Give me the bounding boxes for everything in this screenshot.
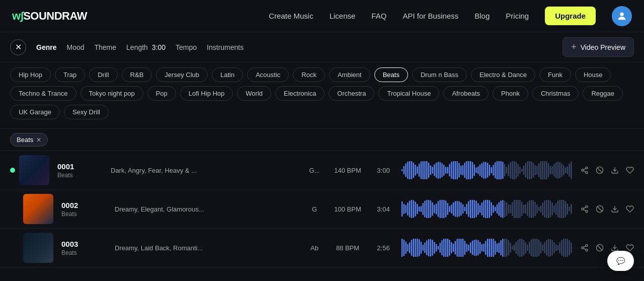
genre-tag-pop[interactable]: Pop [147,86,176,101]
track-key: G... [307,167,322,174]
genre-tag-rb[interactable]: R&B [122,67,152,82]
genre-tag-electro--dance[interactable]: Electro & Dance [471,67,535,82]
nav-api-for-business[interactable]: API for Business [403,12,458,20]
close-filters-button[interactable]: ✕ [10,39,26,55]
genre-tag-phonk[interactable]: Phonk [493,86,528,101]
svg-rect-187 [569,206,570,212]
svg-line-293 [597,245,602,250]
genre-tag-sexy-drill[interactable]: Sexy Drill [64,105,109,119]
track-row[interactable]: 0003 Beats Dreamy, Laid Back, Romanti...… [0,229,644,267]
svg-rect-81 [553,164,554,177]
share-icon[interactable] [581,244,589,252]
heart-icon[interactable] [626,244,634,252]
share-icon[interactable] [581,166,589,174]
track-waveform[interactable] [401,200,573,218]
track-waveform[interactable] [401,161,573,179]
genre-tag-rock[interactable]: Rock [293,67,325,82]
filter-tempo[interactable]: Tempo [176,43,197,51]
nav-create-music[interactable]: Create Music [269,12,313,20]
svg-rect-279 [557,245,558,250]
filter-theme[interactable]: Theme [95,43,117,51]
ban-icon[interactable] [596,244,604,252]
genre-tag-lofi-hip-hop[interactable]: Lofi Hip Hop [180,86,233,101]
svg-rect-181 [557,201,558,218]
svg-rect-247 [497,243,498,252]
svg-rect-239 [481,244,482,252]
genre-tag-tropical-house[interactable]: Tropical House [378,86,439,101]
track-thumbnail[interactable] [23,233,53,263]
genre-tag-tokyo-night-pop[interactable]: Tokyo night pop [80,86,143,101]
svg-rect-278 [555,244,556,251]
track-number: 0001 [57,162,103,171]
svg-rect-90 [571,161,572,179]
svg-rect-130 [460,202,461,216]
upgrade-button[interactable]: Upgrade [545,7,596,25]
svg-rect-10 [419,164,420,177]
svg-rect-185 [565,201,566,217]
nav-license[interactable]: License [330,12,356,20]
genre-tag-electronica[interactable]: Electronica [275,86,325,101]
filter-genre[interactable]: Genre [36,43,56,51]
genre-tag-techno--trance[interactable]: Techno & Trance [10,86,76,101]
nav-faq[interactable]: FAQ [371,12,386,20]
svg-rect-231 [466,244,467,252]
svg-rect-253 [508,240,509,255]
genre-row-2: Techno & TranceTokyo night popPopLofi Hi… [10,86,634,101]
heart-icon[interactable] [626,205,634,213]
genre-tag-hip-hop[interactable]: Hip Hop [10,67,51,82]
track-row[interactable]: 0001 Beats Dark, Angry, Fear, Heavy & ..… [0,151,644,190]
genre-tag-orchestra[interactable]: Orchestra [329,86,374,101]
video-preview-button[interactable]: + Video Preview [562,37,634,57]
chat-bubble[interactable]: 💬 [607,251,634,271]
heart-icon[interactable] [626,166,634,174]
ban-icon[interactable] [596,205,604,213]
genre-tag-reggae[interactable]: Reggae [583,86,623,101]
genre-tag-drill[interactable]: Drill [89,67,117,82]
svg-rect-84 [559,162,560,179]
genre-tag-house[interactable]: House [575,67,611,82]
svg-rect-120 [441,200,442,218]
avatar-icon [616,11,627,22]
svg-rect-160 [517,200,518,218]
svg-rect-143 [485,200,486,218]
remove-filter-icon[interactable]: ✕ [36,136,41,144]
filter-instruments[interactable]: Instruments [207,43,244,51]
download-icon[interactable] [611,205,619,213]
genre-tag-world[interactable]: World [237,86,271,101]
logo[interactable]: w∫SOUNDRAW [12,10,87,23]
track-waveform[interactable] [401,239,573,257]
svg-rect-207 [421,242,422,254]
svg-rect-197 [401,239,403,257]
track-row[interactable]: 0002 Beats Dreamy, Elegant, Glamorous...… [0,190,644,229]
ban-icon[interactable] [596,166,604,174]
svg-rect-229 [462,239,463,257]
active-filter-beats[interactable]: Beats✕ [10,133,48,147]
filter-length[interactable]: Length 3:00 [126,43,166,51]
svg-rect-77 [546,161,547,179]
nav-blog[interactable]: Blog [474,12,490,20]
genre-tag-beats[interactable]: Beats [374,67,408,82]
genre-tag-acoustic[interactable]: Acoustic [247,67,289,82]
genre-tag-christmas[interactable]: Christmas [532,86,579,101]
genre-tag-drum-n-bass[interactable]: Drum n Bass [412,67,467,82]
svg-point-91 [586,167,588,169]
genre-tag-jersey-club[interactable]: Jersey Club [156,67,208,82]
genre-tag-funk[interactable]: Funk [539,67,571,82]
genre-tag-latin[interactable]: Latin [212,67,243,82]
download-icon[interactable] [611,166,619,174]
svg-rect-48 [491,167,492,173]
share-icon[interactable] [581,205,589,213]
svg-rect-236 [475,240,476,256]
genre-tag-afrobeats[interactable]: Afrobeats [443,86,489,101]
track-thumbnail[interactable] [23,194,53,224]
filter-mood[interactable]: Mood [66,43,84,51]
track-thumbnail[interactable] [19,155,49,185]
track-number: 0003 [61,240,107,248]
genre-tag-uk-garage[interactable]: UK Garage [10,105,60,119]
genre-tag-trap[interactable]: Trap [55,67,85,82]
track-bpm: 140 BPM [330,167,365,174]
user-avatar[interactable] [612,6,632,26]
nav-pricing[interactable]: Pricing [506,12,529,20]
svg-rect-153 [504,200,505,217]
genre-tag-ambient[interactable]: Ambient [329,67,370,82]
